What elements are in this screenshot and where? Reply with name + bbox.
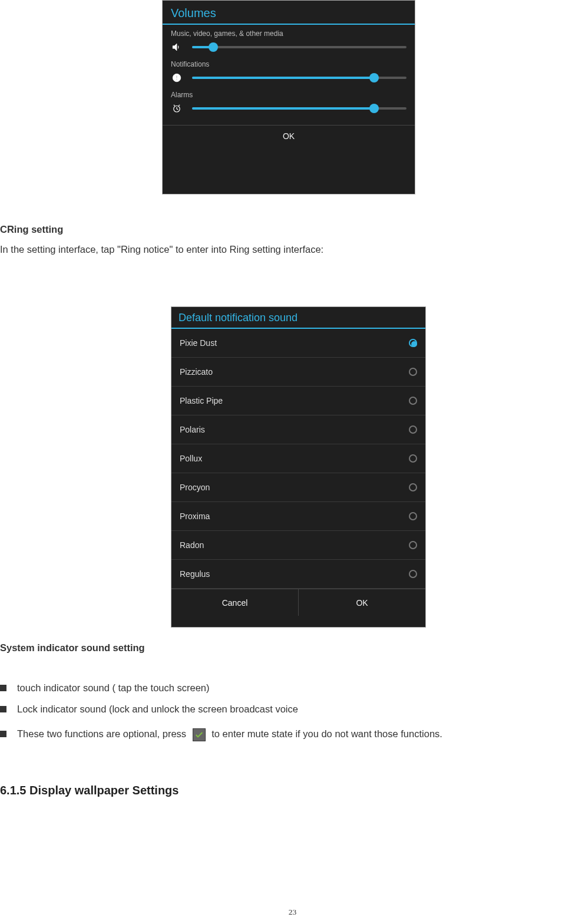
bullet-3-text: These two functions are optional, press … <box>17 725 442 742</box>
radio-icon <box>409 339 417 347</box>
sound-option[interactable]: Proxima <box>171 502 425 531</box>
bullet-3: These two functions are optional, press … <box>0 725 585 742</box>
speaker-icon <box>171 41 183 53</box>
sound-option-label: Pizzicato <box>180 367 213 377</box>
sound-option[interactable]: Pizzicato <box>171 358 425 387</box>
sound-option-label: Plastic Pipe <box>180 396 223 405</box>
bullet-square-icon <box>0 706 6 712</box>
radio-icon <box>409 397 417 405</box>
notifications-volume-slider[interactable] <box>192 77 406 79</box>
sound-option[interactable]: Radon <box>171 531 425 560</box>
cring-paragraph: In the setting interface, tap "Ring noti… <box>0 239 585 259</box>
bullet-list: touch indicator sound ( tap the touch sc… <box>0 675 585 747</box>
radio-icon <box>409 512 417 520</box>
bullet-2-text: Lock indicator sound (lock and unlock th… <box>17 701 298 717</box>
bullet-1: touch indicator sound ( tap the touch sc… <box>0 679 585 696</box>
sound-option-label: Pollux <box>180 454 202 463</box>
radio-icon <box>409 541 417 549</box>
volumes-dialog: Volumes Music, video, games, & other med… <box>162 0 415 194</box>
sound-option-label: Pixie Dust <box>180 338 217 348</box>
sound-option[interactable]: Pixie Dust <box>171 329 425 358</box>
volume-group-media: Music, video, games, & other media <box>163 25 415 55</box>
sound-option[interactable]: Procyon <box>171 473 425 502</box>
radio-icon <box>409 425 417 434</box>
sound-option-label: Procyon <box>180 483 210 492</box>
sound-option-label: Radon <box>180 540 204 550</box>
bullet-3-text-b: to enter mute state if you do not want t… <box>211 728 442 739</box>
sound-option[interactable]: Plastic Pipe <box>171 387 425 415</box>
sound-option-label: Polaris <box>180 425 205 434</box>
radio-icon <box>409 570 417 578</box>
sound-option[interactable]: Pollux <box>171 444 425 473</box>
sound-option-label: Proxima <box>180 512 210 521</box>
alarms-volume-slider[interactable] <box>192 107 406 110</box>
notification-icon: ! <box>171 72 183 84</box>
system-indicator-heading: System indicator sound setting <box>0 638 585 658</box>
sound-option[interactable]: Regulus <box>171 560 425 589</box>
dialog-button-row: Cancel OK <box>171 589 425 616</box>
bullet-1-text: touch indicator sound ( tap the touch sc… <box>17 679 210 696</box>
cring-heading: CRing setting <box>0 219 585 239</box>
sound-option-label: Regulus <box>180 569 210 579</box>
radio-icon <box>409 368 417 376</box>
alarm-icon <box>171 103 183 114</box>
notification-sound-title: Default notification sound <box>171 307 425 329</box>
bullet-square-icon <box>0 685 6 691</box>
ok-button[interactable]: OK <box>163 125 415 147</box>
volume-label-notifications: Notifications <box>171 60 406 68</box>
cancel-button[interactable]: Cancel <box>171 589 299 616</box>
volume-label-alarms: Alarms <box>171 91 406 99</box>
checkbox-icon <box>193 728 206 741</box>
volume-label-media: Music, video, games, & other media <box>171 29 406 38</box>
sound-list: Pixie DustPizzicatoPlastic PipePolarisPo… <box>171 329 425 589</box>
svg-text:!: ! <box>176 74 178 81</box>
bullet-2: Lock indicator sound (lock and unlock th… <box>0 701 585 717</box>
bullet-3-text-a: These two functions are optional, press <box>17 728 189 739</box>
notification-sound-dialog: Default notification sound Pixie DustPiz… <box>171 306 426 628</box>
volumes-title: Volumes <box>163 1 415 25</box>
volume-group-notifications: Notifications ! <box>163 55 415 86</box>
radio-icon <box>409 483 417 491</box>
ok-button[interactable]: OK <box>299 589 425 616</box>
section-heading: 6.1.5 Display wallpaper Settings <box>0 784 179 797</box>
radio-icon <box>409 454 417 463</box>
page-number: 23 <box>0 908 585 917</box>
sound-option[interactable]: Polaris <box>171 415 425 444</box>
bullet-square-icon <box>0 731 6 737</box>
media-volume-slider[interactable] <box>192 46 406 48</box>
volume-group-alarms: Alarms <box>163 86 415 117</box>
